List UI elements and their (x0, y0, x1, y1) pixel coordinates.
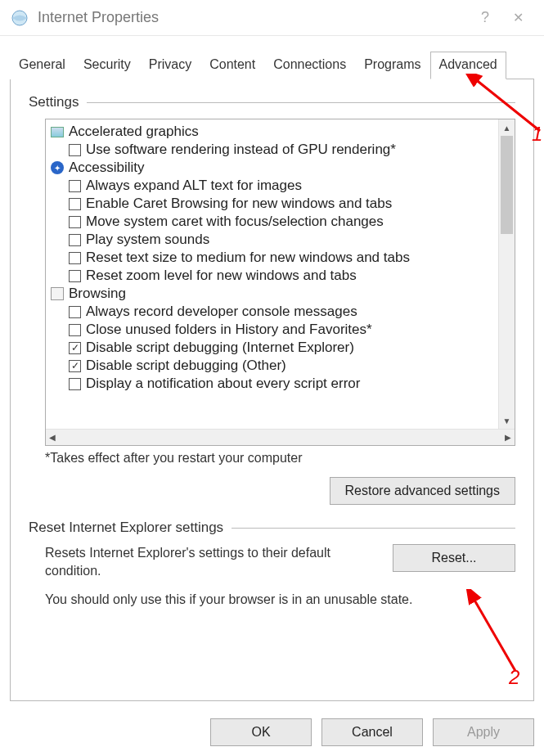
tabpanel-advanced: Settings Accelerated graphics Use softwa… (10, 79, 534, 701)
annotation-label-1: 1 (532, 123, 542, 146)
graphics-icon (51, 125, 64, 138)
checkbox[interactable] (69, 180, 81, 192)
tab-privacy[interactable]: Privacy (140, 52, 200, 79)
tree-item[interactable]: Always record developer console messages (51, 303, 493, 321)
tree-item[interactable]: Reset text size to medium for new window… (51, 249, 493, 267)
accessibility-icon: ✦ (51, 161, 64, 174)
tree-item[interactable]: Use software rendering instead of GPU re… (51, 141, 493, 159)
tab-programs[interactable]: Programs (355, 52, 429, 79)
apply-button[interactable]: Apply (433, 718, 534, 746)
checkbox[interactable] (69, 216, 81, 228)
checkbox[interactable] (69, 198, 81, 210)
help-icon[interactable]: ? (469, 9, 501, 26)
tabstrip: General Security Privacy Content Connect… (10, 51, 534, 79)
reset-description: Resets Internet Explorer's settings to t… (45, 544, 376, 581)
window-title: Internet Properties (38, 9, 469, 26)
dialog-footer: OK Cancel Apply (210, 718, 534, 746)
reset-group-legend: Reset Internet Explorer settings (29, 520, 515, 536)
tree-item[interactable]: Reset zoom level for new windows and tab… (51, 267, 493, 285)
tab-connections[interactable]: Connections (264, 52, 355, 79)
tab-content[interactable]: Content (200, 52, 264, 79)
tree-item[interactable]: Enable Caret Browsing for new windows an… (51, 195, 493, 213)
app-icon (10, 8, 29, 28)
restore-advanced-button[interactable]: Restore advanced settings (330, 477, 515, 505)
checkbox[interactable] (69, 252, 81, 264)
vertical-scrollbar[interactable]: ▲ ▼ (498, 119, 515, 429)
checkbox[interactable] (69, 270, 81, 282)
scroll-up-icon[interactable]: ▲ (499, 119, 515, 136)
scroll-left-icon[interactable]: ◀ (49, 433, 56, 442)
tree-item[interactable]: Play system sounds (51, 231, 493, 249)
tree-item[interactable]: Display a notification about every scrip… (51, 375, 493, 393)
divider (87, 102, 515, 103)
horizontal-scrollbar[interactable]: ◀ ▶ (46, 429, 515, 445)
ok-button[interactable]: OK (210, 718, 312, 746)
tab-advanced[interactable]: Advanced (430, 52, 506, 79)
checkbox[interactable] (69, 324, 81, 336)
close-icon[interactable]: ✕ (501, 10, 534, 25)
settings-tree: Accelerated graphics Use software render… (45, 119, 515, 446)
settings-group-label: Settings (29, 94, 79, 110)
category-accelerated-graphics: Accelerated graphics (51, 123, 493, 141)
reset-group-label: Reset Internet Explorer settings (29, 520, 223, 536)
tree-item[interactable]: Close unused folders in History and Favo… (51, 321, 493, 339)
tree-item[interactable]: Move system caret with focus/selection c… (51, 213, 493, 231)
dialog-body: General Security Privacy Content Connect… (0, 36, 544, 701)
scroll-right-icon[interactable]: ▶ (505, 433, 511, 442)
checkbox[interactable] (69, 234, 81, 246)
tree-item[interactable]: ✓Disable script debugging (Internet Expl… (51, 339, 493, 357)
divider (232, 528, 515, 529)
checkbox[interactable]: ✓ (69, 342, 81, 354)
titlebar: Internet Properties ? ✕ (0, 0, 544, 36)
browsing-icon (51, 287, 64, 300)
checkbox[interactable]: ✓ (69, 360, 81, 372)
reset-warning: You should only use this if your browser… (45, 592, 515, 607)
scroll-thumb[interactable] (501, 136, 513, 234)
restart-footnote: *Takes effect after you restart your com… (45, 451, 515, 466)
category-browsing: Browsing (51, 285, 493, 303)
annotation-label-2: 2 (509, 666, 519, 689)
settings-group-legend: Settings (29, 94, 515, 110)
cancel-button[interactable]: Cancel (321, 718, 423, 746)
tab-general[interactable]: General (10, 52, 74, 79)
scroll-down-icon[interactable]: ▼ (499, 412, 515, 429)
reset-button[interactable]: Reset... (393, 544, 515, 572)
tree-content[interactable]: Accelerated graphics Use software render… (46, 119, 498, 429)
checkbox[interactable] (69, 378, 81, 390)
tree-item[interactable]: ✓Disable script debugging (Other) (51, 357, 493, 375)
checkbox[interactable] (69, 144, 81, 156)
checkbox[interactable] (69, 306, 81, 318)
tab-security[interactable]: Security (74, 52, 140, 79)
tree-item[interactable]: Always expand ALT text for images (51, 177, 493, 195)
category-accessibility: ✦ Accessibility (51, 159, 493, 177)
